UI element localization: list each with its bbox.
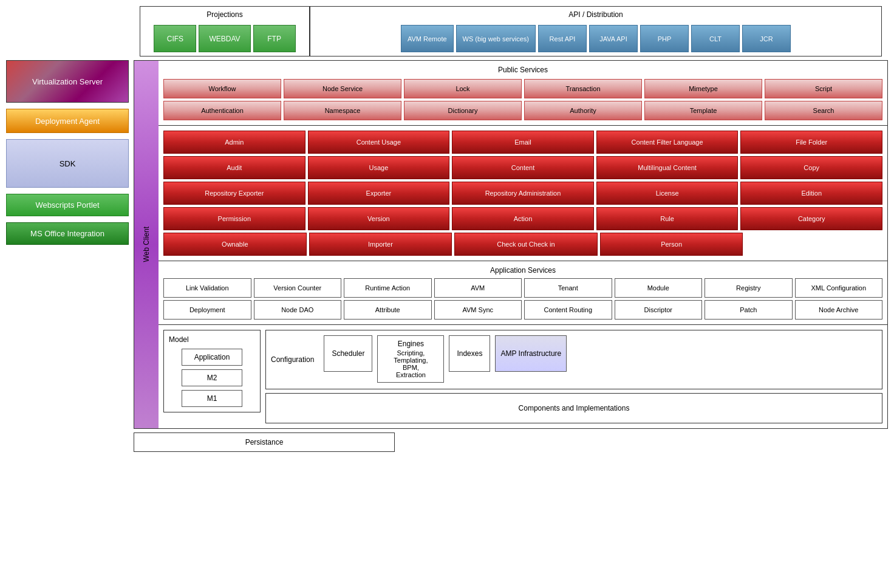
node-dao-btn[interactable]: Node DAO (254, 300, 342, 320)
admin-btn[interactable]: Admin (163, 131, 305, 154)
ftp-btn[interactable]: FTP (253, 25, 296, 52)
category-btn[interactable]: Category (740, 207, 882, 230)
avm-remote-btn[interactable]: AVM Remote (401, 25, 454, 52)
authentication-btn[interactable]: Authentication (163, 101, 281, 120)
deployment-btn[interactable]: Deployment (163, 300, 251, 320)
avm-sync-btn[interactable]: AVM Sync (434, 300, 522, 320)
sdk-item[interactable]: SDK (6, 139, 129, 188)
m2-box: M2 (182, 369, 243, 386)
rule-btn[interactable]: Rule (596, 207, 739, 230)
java-api-btn[interactable]: JAVA API (589, 25, 638, 52)
search-btn[interactable]: Search (765, 101, 882, 120)
ms-office-item[interactable]: MS Office Integration (6, 222, 129, 245)
usage-btn[interactable]: Usage (308, 156, 450, 179)
clt-btn[interactable]: CLT (691, 25, 740, 52)
cifs-btn[interactable]: CIFS (154, 25, 196, 52)
edition-btn[interactable]: Edition (740, 182, 882, 205)
ps-grid-row1: Workflow Node Service Lock Transaction M… (163, 79, 882, 98)
repo-admin-btn[interactable]: Repository Administration (452, 182, 594, 205)
config-area: Configuration Scheduler Engines Scriptin… (265, 330, 882, 389)
app-services-section: Application Services Link Validation Ver… (159, 261, 887, 325)
tenant-btn[interactable]: Tenant (524, 278, 612, 298)
main-content: Web Client Public Services Workflow Node… (134, 60, 888, 429)
model-boxes: Application M2 M1 (182, 349, 243, 407)
patch-btn[interactable]: Patch (705, 300, 793, 320)
avm-btn[interactable]: AVM (434, 278, 522, 298)
rest-api-btn[interactable]: Rest API (538, 25, 587, 52)
content-routing-btn[interactable]: Content Routing (524, 300, 612, 320)
webdav-btn[interactable]: WEBDAV (199, 25, 250, 52)
xml-config-btn[interactable]: XML Configuration (795, 278, 883, 298)
amp-box: AMP Infrastructure (495, 335, 567, 372)
attribute-btn[interactable]: Attribute (344, 300, 432, 320)
runtime-action-btn[interactable]: Runtime Action (344, 278, 432, 298)
script-btn[interactable]: Script (765, 79, 882, 98)
copy-btn[interactable]: Copy (740, 156, 882, 179)
license-btn[interactable]: License (596, 182, 739, 205)
as-row2: Deployment Node DAO Attribute AVM Sync C… (163, 300, 882, 320)
repo-exporter-btn[interactable]: Repository Exporter (163, 182, 305, 205)
audit-btn[interactable]: Audit (163, 156, 305, 179)
webscripts-item[interactable]: Webscripts Portlet (6, 194, 129, 216)
content-filter-btn[interactable]: Content Filter Language (596, 131, 739, 154)
model-label: Model (169, 335, 189, 344)
model-area: Model Application M2 M1 (163, 330, 261, 412)
main-inner: Public Services Workflow Node Service Lo… (159, 61, 887, 428)
m1-box: M1 (182, 390, 243, 407)
template-btn[interactable]: Template (644, 101, 762, 120)
workflow-btn[interactable]: Workflow (163, 79, 281, 98)
engines-title: Engines (381, 340, 440, 348)
ds-row1: Admin Content Usage Email Content Filter… (163, 131, 882, 154)
indexes-box: Indexes (449, 335, 490, 372)
ds-row3: Repository Exporter Exporter Repository … (163, 182, 882, 205)
discriptor-btn[interactable]: Discriptor (615, 300, 703, 320)
action-btn[interactable]: Action (452, 207, 594, 230)
webclient-label: Web Client (142, 227, 151, 262)
exporter-btn[interactable]: Exporter (308, 182, 450, 205)
node-archive-btn[interactable]: Node Archive (795, 300, 883, 320)
mimetype-btn[interactable]: Mimetype (644, 79, 762, 98)
webclient-bar: Web Client (134, 61, 159, 428)
registry-btn[interactable]: Registry (705, 278, 793, 298)
projections-buttons: CIFS WEBDAV FTP (154, 25, 295, 52)
ownable-btn[interactable]: Ownable (163, 233, 307, 256)
main-container: Projections CIFS WEBDAV FTP API / Distri… (0, 0, 894, 458)
ps-grid-row2: Authentication Namespace Dictionary Auth… (163, 101, 882, 120)
namespace-btn[interactable]: Namespace (284, 101, 401, 120)
dictionary-btn[interactable]: Dictionary (404, 101, 522, 120)
checkout-btn[interactable]: Check out Check in (454, 233, 598, 256)
node-service-btn[interactable]: Node Service (284, 79, 401, 98)
as-row1: Link Validation Version Counter Runtime … (163, 278, 882, 298)
file-folder-btn[interactable]: File Folder (740, 131, 882, 154)
api-buttons: AVM Remote WS (big web services) Rest AP… (401, 25, 791, 52)
left-sidebar: Virtualization Server Deployment Agent S… (6, 60, 134, 429)
link-validation-btn[interactable]: Link Validation (163, 278, 251, 298)
ds-row2: Audit Usage Content Multilingual Content… (163, 156, 882, 179)
public-services-section: Public Services Workflow Node Service Lo… (159, 61, 887, 126)
ds-row4: Permission Version Action Rule Category (163, 207, 882, 230)
config-label: Configuration (271, 335, 319, 384)
virt-server-item[interactable]: Virtualization Server (6, 60, 129, 103)
application-box: Application (182, 349, 243, 366)
components-box: Components and Implementations (265, 393, 882, 423)
empty-space (745, 233, 882, 256)
config-inner: Configuration Scheduler Engines Scriptin… (271, 335, 877, 384)
authority-btn[interactable]: Authority (524, 101, 642, 120)
version-btn[interactable]: Version (308, 207, 450, 230)
email-btn[interactable]: Email (452, 131, 594, 154)
deployment-agent-item[interactable]: Deployment Agent (6, 109, 129, 133)
lock-btn[interactable]: Lock (404, 79, 522, 98)
jcr-btn[interactable]: JCR (742, 25, 791, 52)
transaction-btn[interactable]: Transaction (524, 79, 642, 98)
content-btn[interactable]: Content (452, 156, 594, 179)
ws-btn[interactable]: WS (big web services) (456, 25, 536, 52)
module-btn[interactable]: Module (615, 278, 703, 298)
version-counter-btn[interactable]: Version Counter (254, 278, 342, 298)
scheduler-box: Scheduler (324, 335, 372, 372)
person-btn[interactable]: Person (600, 233, 743, 256)
content-usage-btn[interactable]: Content Usage (308, 131, 450, 154)
multilingual-btn[interactable]: Multilingual Content (596, 156, 739, 179)
importer-btn[interactable]: Importer (309, 233, 452, 256)
permission-btn[interactable]: Permission (163, 207, 305, 230)
php-btn[interactable]: PHP (640, 25, 689, 52)
